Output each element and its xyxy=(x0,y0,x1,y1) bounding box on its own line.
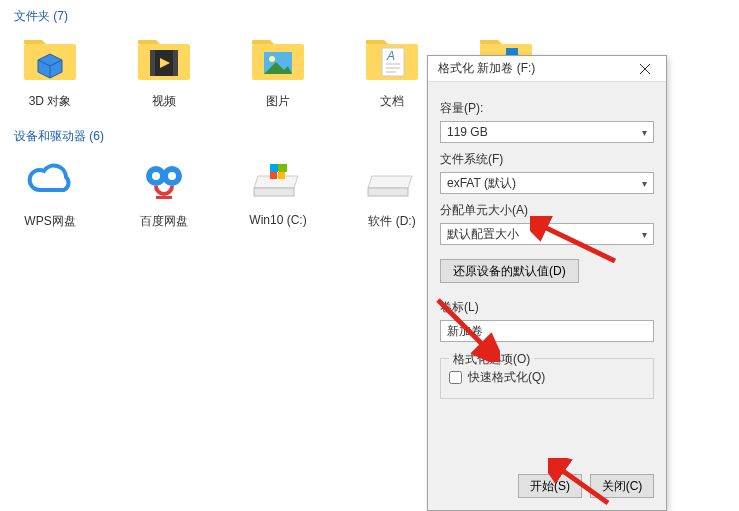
dialog-title: 格式化 新加卷 (F:) xyxy=(438,60,535,77)
folder-pictures[interactable]: 图片 xyxy=(246,31,310,110)
start-button[interactable]: 开始(S) xyxy=(518,474,582,498)
close-button[interactable]: 关闭(C) xyxy=(590,474,654,498)
folder-label: 图片 xyxy=(266,93,290,110)
svg-point-10 xyxy=(269,56,275,62)
svg-rect-32 xyxy=(278,164,285,171)
baidu-netdisk-icon xyxy=(136,151,192,207)
drive-label: Win10 (C:) xyxy=(249,213,306,227)
volume-input[interactable]: 新加卷 xyxy=(440,320,654,342)
folder-documents[interactable]: A 文档 xyxy=(360,31,424,110)
svg-rect-31 xyxy=(270,164,277,171)
folder-icon xyxy=(136,31,192,87)
drive-baidu[interactable]: 百度网盘 xyxy=(132,151,196,230)
filesystem-combo[interactable]: exFAT (默认) ▾ xyxy=(440,172,654,194)
volume-label: 卷标(L) xyxy=(440,299,654,316)
svg-rect-33 xyxy=(270,172,277,179)
quick-format-row[interactable]: 快速格式化(Q) xyxy=(449,369,645,386)
capacity-label: 容量(P): xyxy=(440,100,654,117)
capacity-combo[interactable]: 119 GB ▾ xyxy=(440,121,654,143)
alloc-label: 分配单元大小(A) xyxy=(440,202,654,219)
drive-icon xyxy=(364,151,420,207)
chevron-down-icon: ▾ xyxy=(642,229,647,240)
filesystem-value: exFAT (默认) xyxy=(447,175,516,192)
capacity-value: 119 GB xyxy=(447,125,488,139)
format-options-label: 格式化选项(O) xyxy=(449,351,534,368)
cloud-icon xyxy=(22,151,78,207)
folder-icon xyxy=(250,31,306,87)
drive-c[interactable]: Win10 (C:) xyxy=(246,151,310,230)
chevron-down-icon: ▾ xyxy=(642,178,647,189)
quick-format-checkbox[interactable] xyxy=(449,371,462,384)
chevron-down-icon: ▾ xyxy=(642,127,647,138)
svg-rect-36 xyxy=(368,188,408,196)
drive-label: 百度网盘 xyxy=(140,213,188,230)
folder-label: 文档 xyxy=(380,93,404,110)
dialog-body: 容量(P): 119 GB ▾ 文件系统(F) exFAT (默认) ▾ 分配单… xyxy=(428,82,666,409)
svg-marker-35 xyxy=(368,176,412,188)
svg-rect-34 xyxy=(278,172,285,179)
format-dialog: 格式化 新加卷 (F:) 容量(P): 119 GB ▾ 文件系统(F) exF… xyxy=(427,55,667,511)
folder-label: 3D 对象 xyxy=(29,93,72,110)
alloc-value: 默认配置大小 xyxy=(447,226,519,243)
svg-text:A: A xyxy=(386,49,395,63)
filesystem-label: 文件系统(F) xyxy=(440,151,654,168)
folder-label: 视频 xyxy=(152,93,176,110)
format-options-group: 格式化选项(O) 快速格式化(Q) xyxy=(440,358,654,399)
alloc-combo[interactable]: 默认配置大小 ▾ xyxy=(440,223,654,245)
drive-wps[interactable]: WPS网盘 xyxy=(18,151,82,230)
svg-point-23 xyxy=(152,172,160,180)
close-icon[interactable] xyxy=(630,59,660,79)
drive-label: 软件 (D:) xyxy=(368,213,415,230)
dialog-buttons: 开始(S) 关闭(C) xyxy=(518,474,654,498)
drive-icon xyxy=(250,151,306,207)
svg-rect-25 xyxy=(156,196,172,199)
drive-label: WPS网盘 xyxy=(24,213,75,230)
restore-defaults-button[interactable]: 还原设备的默认值(D) xyxy=(440,259,579,283)
svg-point-24 xyxy=(168,172,176,180)
folder-icon: A xyxy=(364,31,420,87)
quick-format-label: 快速格式化(Q) xyxy=(468,369,545,386)
section-folders-label: 文件夹 (7) xyxy=(14,8,725,25)
dialog-titlebar[interactable]: 格式化 新加卷 (F:) xyxy=(428,56,666,82)
svg-rect-27 xyxy=(254,188,294,196)
volume-value: 新加卷 xyxy=(447,323,483,340)
drive-d[interactable]: 软件 (D:) xyxy=(360,151,424,230)
svg-rect-5 xyxy=(150,50,155,76)
svg-rect-6 xyxy=(173,50,178,76)
folder-videos[interactable]: 视频 xyxy=(132,31,196,110)
folder-3d-objects[interactable]: 3D 对象 xyxy=(18,31,82,110)
folder-icon xyxy=(22,31,78,87)
